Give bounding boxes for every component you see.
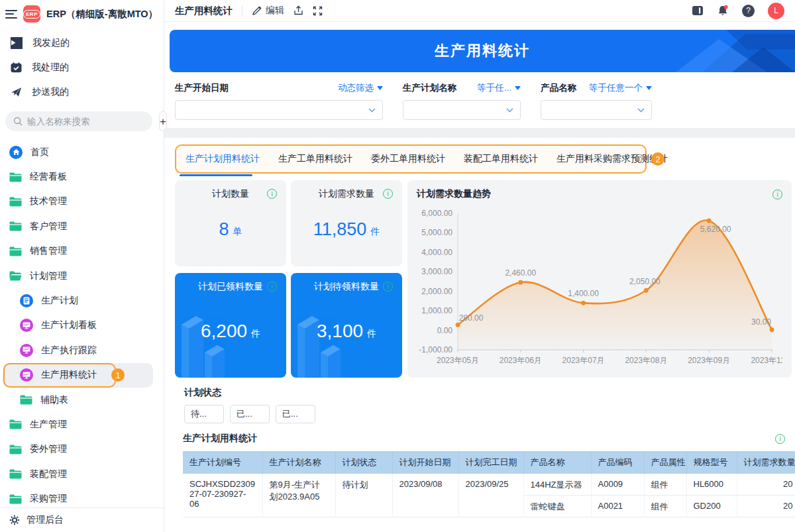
table-body: SCJHXSDD230927-07-230927-06第9月-生产计划2023.…: [183, 474, 795, 517]
folder-icon: [9, 469, 22, 479]
filter-label: 产品名称: [541, 82, 576, 94]
sidebar-item-采购管理[interactable]: 采购管理: [0, 486, 164, 507]
annotation-badge-1: 1: [111, 368, 125, 382]
svg-text:2,000.00: 2,000.00: [421, 287, 452, 296]
plan-status-option-2[interactable]: 已...: [276, 405, 315, 423]
quick-item-label: 抄送我的: [32, 86, 69, 98]
sidebar-item-销售管理[interactable]: 销售管理: [0, 239, 164, 264]
export-icon: [293, 5, 303, 16]
svg-text:2,460.00: 2,460.00: [505, 268, 536, 278]
hamburger-menu-icon[interactable]: [5, 10, 17, 19]
cell-product-code: A0009: [591, 474, 644, 496]
info-icon[interactable]: i: [775, 434, 785, 444]
sidebar-item-装配管理[interactable]: 装配管理: [0, 462, 164, 486]
sidebar-item-技术管理[interactable]: 技术管理: [0, 189, 164, 214]
stat-card-计划待领料数量: 计划待领料数量i3,100件: [291, 273, 402, 378]
sidebar-item-生产管理[interactable]: 生产管理: [0, 412, 164, 437]
edit-button[interactable]: 编辑: [252, 5, 284, 17]
svg-text:6,000.00: 6,000.00: [421, 209, 452, 218]
filter-bar: 生产开始日期动态筛选生产计划名称等于任...产品名称等于任意一个: [170, 72, 790, 128]
x-axis-labels: 2023年05月2023年06月2023年07月2023年08月2023年09月…: [437, 356, 782, 365]
folder-icon: [20, 395, 32, 405]
trend-chart-card: 计划需求数量趋势 i 6,000.005,000.004,000.003,000…: [407, 180, 792, 378]
sidebar-item-生产用料统计[interactable]: 生产用料统计1: [3, 363, 153, 388]
banner-decoration: [596, 30, 795, 72]
sidebar-item-生产计划看板[interactable]: 生产计划看板: [0, 313, 164, 338]
tab-生产计划用料统计[interactable]: 生产计划用料统计: [186, 153, 260, 165]
pencil-icon: [252, 6, 262, 16]
app-logo: ERP: [23, 5, 40, 23]
search-input[interactable]: [27, 117, 144, 127]
plan-status-section: 计划状态 待...已...已...: [170, 378, 790, 423]
search-box[interactable]: [5, 111, 152, 131]
column-header-计划状态: 计划状态: [335, 451, 392, 474]
sidebar-item-经营看板[interactable]: 经营看板: [0, 164, 164, 189]
stat-card-计划已领料数量: 计划已领料数量i6,200件: [175, 273, 286, 378]
cell-qty: 20: [737, 496, 795, 517]
plan-status-option-0[interactable]: 待...: [184, 405, 224, 423]
stat-card-unit: 件: [367, 328, 376, 340]
user-avatar[interactable]: L: [768, 3, 784, 19]
sidebar-item-首页[interactable]: 首页: [0, 140, 164, 164]
materials-table: 生产计划编号生产计划名称计划状态计划开始日期计划完工日期产品名称产品编码产品属性…: [183, 451, 795, 517]
export-button[interactable]: [293, 5, 303, 16]
stat-card-label: 计划数量: [212, 188, 249, 200]
info-icon[interactable]: i: [267, 282, 277, 292]
tab-装配工单用料统计[interactable]: 装配工单用料统计: [464, 153, 538, 165]
fullscreen-button[interactable]: [313, 6, 323, 16]
play-circle-icon: [11, 37, 23, 49]
sidebar-item-生产计划[interactable]: 生产计划: [0, 288, 164, 313]
folder-icon: [9, 246, 22, 256]
stat-cards: 计划数量i8单计划需求数量i11,850件计划已领料数量i6,200件计划待领料…: [175, 180, 402, 378]
filter-operator-dropdown[interactable]: 等于任...: [477, 82, 521, 94]
quick-item-0[interactable]: 我发起的: [0, 30, 164, 55]
notification-bell-icon[interactable]: [717, 5, 729, 17]
filter-operator-dropdown[interactable]: 等于任意一个: [589, 82, 652, 94]
stat-card-value: 3,100: [317, 321, 363, 342]
svg-text:2023年06月: 2023年06月: [500, 356, 542, 365]
tab-委外工单用料统计[interactable]: 委外工单用料统计: [371, 153, 445, 165]
send-icon: [11, 87, 22, 97]
column-header-规格型号: 规格型号: [686, 451, 737, 474]
filter-value-select[interactable]: [175, 100, 383, 120]
plan-status-option-1[interactable]: 已...: [230, 405, 270, 423]
sidebar-item-辅助表[interactable]: 辅助表: [0, 388, 164, 412]
info-icon[interactable]: i: [383, 189, 393, 199]
info-icon[interactable]: i: [267, 189, 277, 199]
sidebar-menu: 首页经营看板技术管理客户管理销售管理计划管理生产计划生产计划看板生产执行跟踪生产…: [0, 136, 164, 507]
svg-text:2,050.00: 2,050.00: [629, 277, 661, 286]
sidebar-item-计划管理[interactable]: 计划管理: [0, 264, 164, 288]
home-icon: [9, 146, 23, 159]
menu-item-label: 采购管理: [30, 493, 67, 505]
edit-label: 编辑: [266, 5, 284, 17]
table-header: 生产计划编号生产计划名称计划状态计划开始日期计划完工日期产品名称产品编码产品属性…: [183, 451, 795, 474]
sidebar-item-admin-backend[interactable]: 管理后台: [0, 507, 164, 532]
journal-icon[interactable]: [692, 5, 704, 16]
table-section: 生产计划用料统计 i 生产计划编号生产计划名称计划状态计划开始日期计划完工日期产…: [170, 423, 790, 517]
info-icon[interactable]: i: [772, 189, 782, 199]
quick-access-list: 我发起的我处理的抄送我的: [0, 25, 164, 105]
sidebar-item-生产执行跟踪[interactable]: 生产执行跟踪: [0, 338, 164, 362]
filter-group-2: 产品名称等于任意一个: [541, 82, 652, 120]
help-icon[interactable]: ?: [742, 5, 755, 17]
filter-value-select[interactable]: [541, 100, 652, 120]
menu-item-label: 技术管理: [30, 195, 67, 207]
sidebar-item-委外管理[interactable]: 委外管理: [0, 437, 164, 462]
filter-operator-dropdown[interactable]: 动态筛选: [338, 82, 383, 94]
column-header-生产计划编号: 生产计划编号: [183, 451, 262, 474]
tabs-container: 生产计划用料统计生产工单用料统计委外工单用料统计装配工单用料统计生产用料采购需求…: [175, 144, 647, 174]
column-header-产品属性: 产品属性: [644, 451, 686, 474]
filter-value-select[interactable]: [403, 100, 521, 120]
filter-label: 生产开始日期: [175, 82, 229, 94]
tab-生产工单用料统计[interactable]: 生产工单用料统计: [278, 153, 352, 165]
series-area: [458, 220, 772, 350]
stat-card-unit: 件: [251, 328, 260, 340]
chart-title: 计划需求数量趋势: [417, 188, 491, 200]
quick-item-1[interactable]: 我处理的: [0, 55, 164, 80]
cell-status: 待计划: [335, 474, 392, 517]
info-icon[interactable]: i: [383, 282, 393, 292]
menu-item-label: 经营看板: [30, 171, 67, 183]
quick-item-2[interactable]: 抄送我的: [0, 80, 164, 104]
sidebar-item-客户管理[interactable]: 客户管理: [0, 214, 164, 239]
folder-icon: [9, 494, 22, 504]
